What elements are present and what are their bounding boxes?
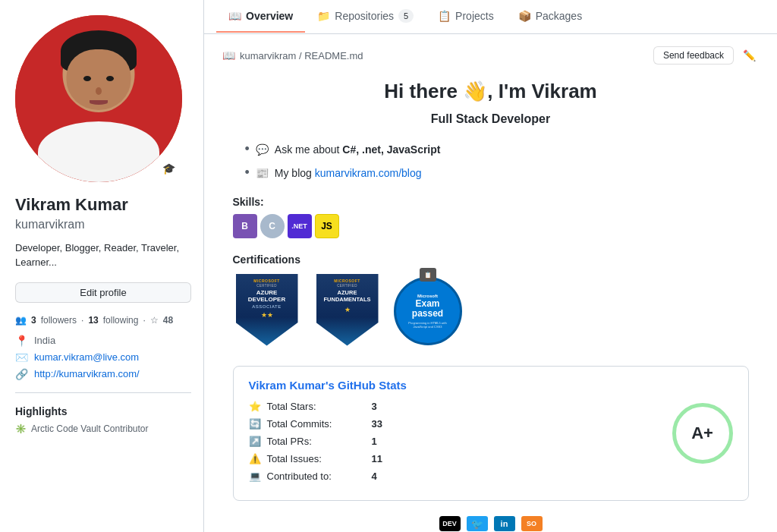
location-text: India: [34, 335, 55, 346]
issues-icon: ⚠️: [249, 453, 261, 464]
bullet-list: 💬 Ask me about C#, .net, JavaScript 📰 My…: [233, 141, 749, 181]
divider: [15, 392, 191, 393]
avatar-container: 🎓: [15, 15, 182, 182]
website-link[interactable]: http://kumarvikram.com/: [34, 368, 140, 379]
repos-badge: 5: [398, 9, 414, 23]
skills-row: B C .NET JS: [233, 214, 749, 238]
total-commits-value: 33: [372, 418, 382, 430]
email-item: ✉️ kumar.vikram@live.com: [15, 351, 191, 364]
stats-title: Vikram Kumar's GitHub Stats: [249, 379, 672, 392]
js-badge: JS: [315, 214, 339, 238]
avatar-badge: 🎓: [158, 158, 179, 179]
azure-developer-badge: Microsoft CERTIFIED AZUREDEVELOPER ASSOC…: [233, 272, 301, 348]
repos-label: Repositories: [335, 10, 394, 22]
stats-left: Vikram Kumar's GitHub Stats ⭐ Total Star…: [249, 379, 672, 488]
exam-badge-circle: Microsoft Exampassed Programming in HTML…: [394, 277, 462, 345]
followers-label: followers: [41, 315, 77, 326]
tab-overview[interactable]: 📖 Overview: [216, 1, 305, 33]
stats-row-contributed: 💻 Contributed to: 4: [249, 471, 672, 482]
social-row: DEV 🐦 in SO: [233, 516, 749, 531]
projects-label: Projects: [455, 10, 494, 22]
bullet-text-1: My blog kumarvikram.com/blog: [275, 167, 422, 179]
total-stars-label: Total Stars:: [267, 401, 366, 412]
total-issues-value: 11: [372, 453, 382, 464]
highlight-item: ✳️ Arctic Code Vault Contributor: [15, 423, 191, 434]
followers-icon: 👥: [15, 315, 27, 326]
pencil-icon: ✏️: [743, 49, 756, 61]
edit-profile-button[interactable]: Edit profile: [15, 282, 191, 303]
tabs-bar: 📖 Overview 📁 Repositories 5 📋 Projects 📦…: [204, 0, 777, 34]
total-prs-label: Total PRs:: [267, 436, 366, 447]
send-feedback-button[interactable]: Send feedback: [653, 46, 734, 65]
stats-grade: A+: [672, 403, 733, 464]
tab-packages[interactable]: 📦 Packages: [506, 1, 594, 33]
total-stars-value: 3: [372, 401, 377, 412]
website-item: 🔗 http://kumarvikram.com/: [15, 368, 191, 380]
azure-dev-shape: Microsoft CERTIFIED AZUREDEVELOPER ASSOC…: [233, 272, 301, 348]
followers-count[interactable]: 3: [31, 315, 36, 326]
stats-row-prs: ↗️ Total PRs: 1: [249, 436, 672, 447]
stats-row-commits: 🔄 Total Commits: 33: [249, 418, 672, 430]
projects-icon: 📋: [438, 10, 451, 22]
chat-icon: 💬: [256, 143, 269, 156]
tab-projects[interactable]: 📋 Projects: [426, 1, 506, 33]
snowflake-icon: ✳️: [15, 423, 27, 434]
highlights-title: Highlights: [15, 405, 191, 417]
linkedin-icon[interactable]: in: [494, 516, 515, 531]
devto-icon[interactable]: DEV: [439, 516, 461, 531]
twitter-icon[interactable]: 🐦: [467, 516, 488, 531]
certifications-row: Microsoft CERTIFIED AZUREDEVELOPER ASSOC…: [233, 272, 749, 348]
overview-icon: 📖: [228, 10, 241, 22]
location-icon: 📍: [15, 335, 28, 347]
blog-link[interactable]: kumarvikram.com/blog: [315, 167, 422, 179]
email-link[interactable]: kumar.vikram@live.com: [34, 351, 139, 363]
edit-readme-button[interactable]: ✏️: [740, 46, 759, 65]
username: kumarvikram: [15, 218, 191, 231]
book-icon: 📖: [222, 49, 235, 61]
exam-passed-badge: 📋 Microsoft Exampassed Programming in HT…: [394, 274, 462, 345]
card-heading: Hi there 👋, I'm Vikram: [233, 80, 749, 103]
stars-count: 48: [163, 315, 173, 326]
csharp-badge: C: [260, 214, 285, 238]
contributed-icon: 💻: [249, 471, 261, 482]
exam-badge-wrap: 📋 Microsoft Exampassed Programming in HT…: [394, 274, 462, 345]
stats-row-issues: ⚠️ Total Issues: 11: [249, 453, 672, 464]
tab-repositories[interactable]: 📁 Repositories 5: [305, 0, 426, 33]
total-prs-value: 1: [372, 436, 377, 447]
sidebar: 🎓 Vikram Kumar kumarvikram Developer, Bl…: [0, 0, 203, 532]
prs-icon: ↗️: [249, 436, 261, 447]
packages-label: Packages: [536, 10, 582, 22]
profile-card: Hi there 👋, I'm Vikram Full Stack Develo…: [233, 80, 749, 531]
bootstrap-badge: B: [233, 214, 257, 238]
readme-area: 📖 kumarvikram / README.md Send feedback …: [204, 34, 777, 532]
readme-actions: Send feedback ✏️: [653, 46, 759, 65]
link-icon: 🔗: [15, 368, 28, 380]
bullet-item-1: 📰 My blog kumarvikram.com/blog: [245, 165, 749, 181]
skills-label: Skills:: [233, 196, 749, 208]
total-commits-label: Total Commits:: [267, 418, 366, 430]
readme-header: 📖 kumarvikram / README.md Send feedback …: [222, 46, 759, 65]
info-list: 📍 India ✉️ kumar.vikram@live.com 🔗 http:…: [15, 335, 191, 380]
overview-label: Overview: [246, 10, 293, 22]
following-count[interactable]: 13: [88, 315, 98, 326]
star-stats-icon: ⭐: [249, 401, 261, 412]
azure-fund-shape: Microsoft CERTIFIED AZUREFUNDAMENTALS ★: [313, 272, 382, 348]
certifications-label: Certifications: [233, 253, 749, 266]
followers-row: 👥 3 followers · 13 following · ☆ 48: [15, 315, 191, 326]
readme-path: 📖 kumarvikram / README.md: [222, 49, 363, 61]
avatar: [15, 15, 182, 182]
contributed-value: 4: [372, 471, 377, 482]
stackoverflow-icon[interactable]: SO: [521, 516, 543, 531]
main-content: 📖 Overview 📁 Repositories 5 📋 Projects 📦…: [203, 0, 777, 532]
highlight-text: Arctic Code Vault Contributor: [31, 423, 149, 434]
bio: Developer, Blogger, Reader, Traveler, Le…: [15, 241, 191, 270]
card-subtitle: Full Stack Developer: [233, 112, 749, 126]
repos-icon: 📁: [317, 10, 330, 22]
azure-fundamentals-badge: Microsoft CERTIFIED AZUREFUNDAMENTALS ★: [313, 272, 382, 348]
location-item: 📍 India: [15, 335, 191, 347]
bullet-item-0: 💬 Ask me about C#, .net, JavaScript: [245, 141, 749, 157]
star-icon: ☆: [150, 315, 159, 326]
email-icon: ✉️: [15, 351, 28, 364]
skills-text: C#, .net, JavaScript: [342, 143, 440, 156]
readme-path-text: kumarvikram / README.md: [240, 50, 363, 61]
